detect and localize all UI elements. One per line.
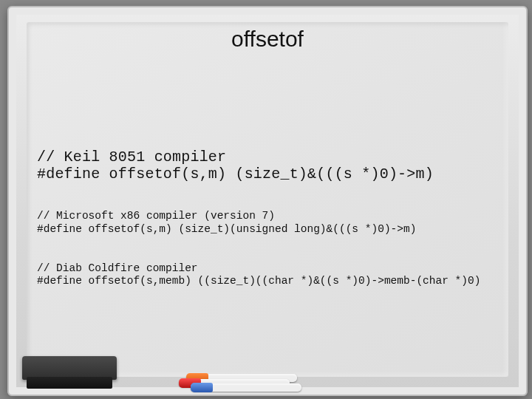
whiteboard-frame: offsetof // Keil 8051 compiler #define o…: [7, 6, 528, 396]
whiteboard-surface: offsetof // Keil 8051 compiler #define o…: [27, 22, 508, 377]
code-line: #define offsetof(s,m) (size_t)&(((s *)0)…: [37, 166, 434, 183]
whiteboard-markers-icon: [179, 374, 304, 390]
code-block-microsoft: // Microsoft x86 compiler (version 7) #d…: [37, 197, 508, 236]
code-comment: // Keil 8051 compiler: [37, 149, 226, 166]
code-line: #define offsetof(s,m) (size_t)(unsigned …: [37, 223, 416, 235]
whiteboard-eraser-icon: [22, 356, 117, 393]
slide-title: offsetof: [27, 27, 508, 52]
code-line: #define offsetof(s,memb) ((size_t)((char…: [37, 275, 480, 287]
code-block-keil: // Keil 8051 compiler #define offsetof(s…: [37, 132, 508, 183]
code-comment: // Microsoft x86 compiler (version 7): [37, 210, 275, 222]
code-block-diab: // Diab Coldfire compiler #define offset…: [37, 249, 508, 287]
code-comment: // Diab Coldfire compiler: [37, 262, 198, 274]
